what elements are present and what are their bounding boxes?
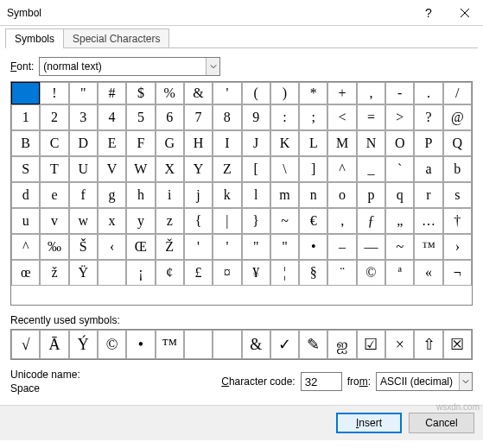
symbol-cell[interactable]: 7	[184, 104, 213, 130]
symbol-cell[interactable]: ^	[327, 156, 356, 182]
recent-symbol-cell[interactable]: ☒	[443, 330, 472, 359]
symbol-cell[interactable]: %	[156, 82, 184, 104]
help-button[interactable]: ?	[410, 0, 447, 26]
symbol-cell[interactable]: ¥	[242, 260, 270, 286]
recent-symbol-cell[interactable]: ✓	[270, 330, 299, 359]
symbol-cell[interactable]: *	[299, 82, 327, 104]
symbol-cell[interactable]: †	[443, 208, 472, 234]
symbol-cell[interactable]: ‰	[40, 234, 68, 260]
symbol-cell[interactable]: 6	[156, 104, 184, 130]
symbol-cell[interactable]: £	[184, 260, 213, 286]
symbol-cell[interactable]: 9	[242, 104, 270, 130]
symbol-cell[interactable]: 3	[69, 104, 98, 130]
symbol-cell[interactable]: #	[98, 82, 126, 104]
symbol-cell[interactable]: i	[156, 182, 184, 208]
recent-symbol-cell[interactable]: ×	[385, 330, 414, 359]
symbol-cell[interactable]: E	[98, 130, 126, 156]
symbol-cell[interactable]: ,	[357, 82, 385, 104]
symbol-cell[interactable]: 8	[213, 104, 241, 130]
symbol-cell[interactable]: F	[126, 130, 155, 156]
symbol-cell[interactable]: !	[40, 82, 68, 104]
symbol-cell[interactable]: U	[69, 156, 98, 182]
recent-symbol-cell[interactable]: ⇧	[414, 330, 442, 359]
recent-symbol-cell[interactable]: Ý	[69, 330, 98, 359]
symbol-cell[interactable]: f	[69, 182, 98, 208]
from-input[interactable]	[377, 375, 459, 388]
symbol-cell[interactable]: Ž	[156, 234, 184, 260]
symbol-cell[interactable]: ‚	[327, 208, 356, 234]
symbol-cell[interactable]: k	[213, 182, 241, 208]
symbol-cell[interactable]: œ	[11, 260, 40, 286]
symbol-cell[interactable]: ‹	[98, 234, 126, 260]
symbol-cell[interactable]: ª	[385, 260, 414, 286]
symbol-cell[interactable]: H	[184, 130, 213, 156]
symbol-cell[interactable]: :	[270, 104, 299, 130]
symbol-cell[interactable]: I	[213, 130, 241, 156]
symbol-cell[interactable]: ~	[270, 208, 299, 234]
recent-symbol-cell[interactable]: √	[11, 330, 40, 359]
symbol-cell[interactable]: J	[242, 130, 270, 156]
symbol-cell[interactable]: +	[327, 82, 356, 104]
symbol-cell[interactable]: l	[242, 182, 270, 208]
symbol-cell[interactable]: ;	[299, 104, 327, 130]
symbol-cell[interactable]: ™	[414, 234, 442, 260]
symbol-cell[interactable]: /	[443, 82, 472, 104]
symbol-cell[interactable]: g	[98, 182, 126, 208]
recent-symbol-cell[interactable]	[213, 330, 241, 359]
symbol-cell[interactable]: 5	[126, 104, 155, 130]
recent-symbol-cell[interactable]: Ā	[40, 330, 68, 359]
symbol-cell[interactable]: ¢	[156, 260, 184, 286]
symbol-cell[interactable]: ¤	[213, 260, 241, 286]
symbol-cell[interactable]: y	[126, 208, 155, 234]
symbol-cell[interactable]: b	[443, 156, 472, 182]
symbol-cell[interactable]: ¦	[270, 260, 299, 286]
symbol-cell[interactable]: a	[414, 156, 442, 182]
symbol-cell[interactable]: Ÿ	[69, 260, 98, 286]
symbol-cell[interactable]: j	[184, 182, 213, 208]
symbol-cell[interactable]: N	[357, 130, 385, 156]
symbol-cell[interactable]: T	[40, 156, 68, 182]
symbol-cell[interactable]: ¬	[443, 260, 472, 286]
cancel-button[interactable]: Cancel	[409, 413, 474, 433]
symbol-cell[interactable]: X	[156, 156, 184, 182]
symbol-cell[interactable]: [	[242, 156, 270, 182]
symbol-cell[interactable]: r	[414, 182, 442, 208]
symbol-cell[interactable]: W	[126, 156, 155, 182]
symbol-cell[interactable]: S	[11, 156, 40, 182]
font-dropdown-button[interactable]	[206, 58, 220, 75]
symbol-cell[interactable]: P	[414, 130, 442, 156]
symbol-cell[interactable]: >	[385, 104, 414, 130]
symbol-cell[interactable]: K	[270, 130, 299, 156]
character-code-input[interactable]	[301, 372, 342, 391]
symbol-cell[interactable]: }	[242, 208, 270, 234]
symbol-cell[interactable]: )	[270, 82, 299, 104]
symbol-cell[interactable]: '	[213, 234, 241, 260]
symbol-cell[interactable]: €	[299, 208, 327, 234]
symbol-cell[interactable]: q	[385, 182, 414, 208]
symbol-cell[interactable]: ]	[299, 156, 327, 182]
symbol-cell[interactable]: –	[327, 234, 356, 260]
symbol-cell[interactable]: o	[327, 182, 356, 208]
font-input[interactable]	[40, 60, 205, 73]
symbol-cell[interactable]: •	[299, 234, 327, 260]
symbol-cell[interactable]: ^	[11, 234, 40, 260]
symbol-cell[interactable]: B	[11, 130, 40, 156]
symbol-cell[interactable]: e	[40, 182, 68, 208]
symbol-cell[interactable]: 4	[98, 104, 126, 130]
recent-symbol-cell[interactable]	[184, 330, 213, 359]
symbol-cell[interactable]: Š	[69, 234, 98, 260]
symbol-cell[interactable]: 1	[11, 104, 40, 130]
symbol-cell[interactable]: Y	[184, 156, 213, 182]
symbol-cell[interactable]: =	[357, 104, 385, 130]
symbol-cell[interactable]: Z	[213, 156, 241, 182]
symbol-cell[interactable]: §	[299, 260, 327, 286]
symbol-cell[interactable]: \	[270, 156, 299, 182]
symbol-cell[interactable]: ©	[357, 260, 385, 286]
symbol-cell[interactable]: u	[11, 208, 40, 234]
recent-symbol-cell[interactable]: •	[126, 330, 155, 359]
symbol-cell[interactable]: $	[126, 82, 155, 104]
insert-button[interactable]: Insert	[336, 413, 402, 433]
symbol-cell[interactable]: …	[414, 208, 442, 234]
symbol-cell[interactable]: h	[126, 182, 155, 208]
symbol-cell[interactable]: (	[242, 82, 270, 104]
